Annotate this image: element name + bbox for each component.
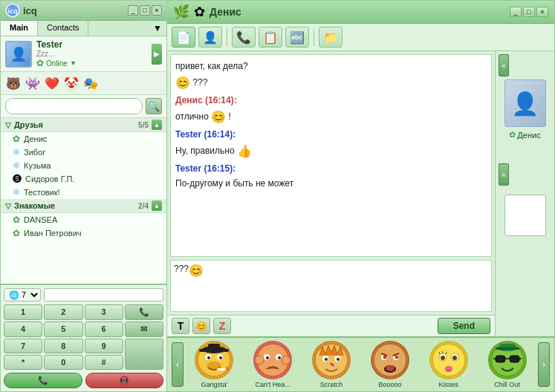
tab-arrow[interactable]: ▼ (149, 21, 166, 36)
chat-close-button[interactable]: × (536, 7, 548, 17)
svg-point-18 (255, 356, 264, 365)
contact-sidorov[interactable]: 🅢 Сидоров Г.П. (1, 172, 166, 186)
chat-input-field[interactable] (204, 264, 488, 308)
toolbar-separator-2 (314, 28, 314, 46)
emoticon-gangsta[interactable]: Gangsta' (195, 341, 233, 388)
emoji-icon: 😊 (175, 76, 190, 89)
msg-text: ??? (192, 77, 207, 88)
app-title: icq (23, 5, 37, 16)
dial-0[interactable]: 0 (44, 355, 82, 370)
toolbar-history-button[interactable]: 📋 (259, 27, 282, 48)
contact-zibog[interactable]: ❄ Зибог (1, 146, 166, 159)
toolbar-call-button[interactable]: 📞 (232, 27, 256, 48)
chat-minimize-button[interactable]: _ (510, 7, 522, 17)
tab-main[interactable]: Main (1, 21, 38, 36)
dial-icon-1[interactable]: 📞 (125, 304, 163, 320)
emoticon-next-button[interactable]: › (538, 342, 550, 387)
emoticon-booooo[interactable]: Booooo (371, 341, 409, 388)
contact-denis[interactable]: ✿ Денис (1, 132, 166, 146)
contact-snowflake-icon: ❄ (13, 160, 20, 171)
dial-9[interactable]: 9 (85, 339, 123, 353)
icq-titlebar: icq icq _ □ × (1, 1, 166, 21)
search-input[interactable] (5, 98, 143, 114)
dial-7[interactable]: 7 (4, 339, 42, 353)
toolbar-new-button[interactable]: 📄 (172, 27, 195, 48)
maximize-button[interactable]: □ (140, 5, 150, 16)
side-avatar: 👤 (504, 79, 546, 127)
svg-rect-40 (510, 356, 519, 362)
side-expand-button-2[interactable]: « (499, 163, 509, 186)
mood-icon-1[interactable]: 🐻 (5, 75, 22, 91)
dial-icon-3[interactable] (125, 339, 163, 370)
mood-icon-5[interactable]: 🎭 (82, 75, 99, 91)
dial-6[interactable]: 6 (85, 321, 123, 337)
msg-sender: Tester (16:14): (175, 129, 236, 140)
my-profile: 👤 Tester Zzz... ✿ Online ▼ ▶ (1, 36, 166, 72)
dialer-section: 🌐 7 ▼ 1 2 3 📞 4 5 6 ✉ 7 8 9 * 0 # 📞 📵 (1, 284, 166, 391)
contact-testovic[interactable]: ❄ Тестовик! (1, 186, 166, 199)
messages-scroll[interactable]: привет, как дела? 😊 ??? Денис (16:14): о… (170, 54, 492, 257)
status-dropdown-icon[interactable]: ▼ (70, 59, 77, 67)
dial-star[interactable]: * (4, 355, 42, 370)
message-emoji-1: 😊 ??? (175, 74, 487, 92)
emoticon-chillout-face (488, 341, 527, 379)
call-button[interactable]: 📞 (4, 373, 82, 388)
left-panel: icq icq _ □ × Main Contacts ▼ 👤 Tester Z… (0, 0, 167, 392)
format-z-button[interactable]: Z (213, 318, 231, 334)
format-emoji-button[interactable]: 😊 (192, 318, 210, 334)
toolbar-profile-button[interactable]: 👤 (198, 27, 222, 48)
dial-8[interactable]: 8 (44, 339, 82, 353)
chat-maximize-button[interactable]: □ (523, 7, 535, 17)
contact-dansea[interactable]: ✿ DANSEA (1, 213, 166, 226)
mood-icon-4[interactable]: 🤡 (63, 75, 79, 91)
chat-toolbar: 📄 👤 📞 📋 🔤 📁 (167, 24, 554, 51)
dial-5[interactable]: 5 (44, 321, 82, 337)
group-friends-scroll[interactable]: ▲ (152, 120, 162, 130)
hangup-button[interactable]: 📵 (85, 373, 164, 388)
svg-point-16 (266, 356, 269, 359)
tab-contacts[interactable]: Contacts (38, 21, 88, 36)
toolbar-font-button[interactable]: 🔤 (285, 27, 309, 48)
svg-rect-39 (496, 356, 505, 362)
svg-rect-10 (199, 349, 229, 352)
group-friends-count: 5/5 (138, 121, 149, 129)
emoticon-chillout-label: Chill Out (494, 381, 520, 388)
contact-flower-icon: ✿ (13, 228, 20, 238)
contact-name: Денис (24, 134, 47, 143)
mood-icon-3[interactable]: ❤️ (44, 75, 60, 91)
group-friends-header[interactable]: ▽ Друзья 5/5 ▲ (1, 118, 166, 132)
emoticon-chillout[interactable]: Chill Out (488, 341, 527, 388)
search-button[interactable]: 🔍 (146, 98, 162, 114)
svg-point-17 (278, 356, 281, 359)
side-expand-button[interactable]: « (499, 54, 509, 76)
emoticon-scratch[interactable]: Scratch (312, 341, 351, 388)
contact-kuzma[interactable]: ❄ Кузьма (1, 159, 166, 172)
group-acquaintances-header[interactable]: ▽ Знакомые 2/4 ▲ (1, 199, 166, 213)
send-button[interactable]: Send (438, 318, 490, 334)
group-acquaintances-scroll[interactable]: ▲ (152, 200, 162, 211)
emoticon-kisses[interactable]: Kisses (429, 341, 468, 388)
contact-name: Сидоров Г.П. (25, 174, 74, 183)
minimize-button[interactable]: _ (128, 5, 138, 16)
toolbar-file-button[interactable]: 📁 (319, 27, 343, 48)
dial-1[interactable]: 1 (4, 304, 42, 320)
svg-point-31 (386, 365, 395, 371)
dial-4[interactable]: 4 (4, 321, 42, 337)
country-select[interactable]: 🌐 7 ▼ (4, 288, 41, 301)
dial-icon-2[interactable]: ✉ (125, 321, 163, 337)
format-text-button[interactable]: T (172, 318, 189, 334)
mood-icon-2[interactable]: 👾 (25, 75, 41, 91)
dial-2[interactable]: 2 (44, 304, 82, 320)
contact-snowflake-icon: ❄ (13, 147, 20, 157)
phone-input[interactable] (44, 288, 163, 301)
contact-ivan[interactable]: ✿ Иван Петрович (1, 226, 166, 240)
dial-hash[interactable]: # (85, 355, 123, 370)
my-status-label: Online (46, 59, 68, 68)
emoticon-prev-button[interactable]: ‹ (172, 342, 184, 387)
emoticon-canthear[interactable]: Can't Hea... (253, 341, 292, 388)
close-button[interactable]: × (152, 5, 162, 16)
profile-expand-button[interactable]: ▶ (152, 44, 162, 65)
svg-point-24 (337, 358, 340, 361)
dial-3[interactable]: 3 (85, 304, 123, 320)
group-acquaintances-arrow: ▽ (5, 202, 11, 210)
